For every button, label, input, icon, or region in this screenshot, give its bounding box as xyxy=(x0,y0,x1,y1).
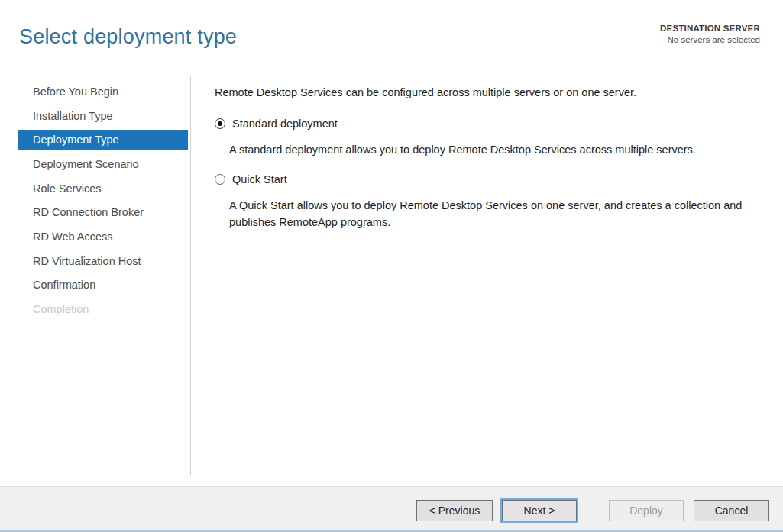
radio-selected-icon[interactable] xyxy=(215,118,225,129)
previous-button[interactable]: < Previous xyxy=(416,500,493,521)
destination-server-label: DESTINATION SERVER xyxy=(660,24,760,33)
sidebar-item-before-you-begin[interactable]: Before You Begin xyxy=(18,79,188,104)
next-button[interactable]: Next > xyxy=(502,500,577,521)
sidebar-item-confirmation[interactable]: Confirmation xyxy=(18,273,188,298)
sidebar-item-deployment-type[interactable]: Deployment Type xyxy=(18,130,188,150)
sidebar-item-rd-connection-broker[interactable]: RD Connection Broker xyxy=(18,200,188,224)
wizard-steps-sidebar: Before You Begin Installation Type Deplo… xyxy=(18,79,188,321)
sidebar-divider xyxy=(190,76,191,475)
standard-deployment-description: A standard deployment allows you to depl… xyxy=(229,142,764,159)
deploy-button: Deploy xyxy=(609,500,684,521)
sidebar-item-rd-virtualization-host[interactable]: RD Virtualization Host xyxy=(18,249,188,273)
sidebar-item-installation-type[interactable]: Installation Type xyxy=(18,104,188,128)
radio-unselected-icon[interactable] xyxy=(215,174,225,185)
quick-start-option[interactable]: Quick Start xyxy=(215,173,287,185)
cancel-button[interactable]: Cancel xyxy=(694,500,769,521)
quick-start-description: A Quick Start allows you to deploy Remot… xyxy=(229,198,764,231)
sidebar-item-role-services[interactable]: Role Services xyxy=(18,176,188,201)
intro-text: Remote Desktop Services can be configure… xyxy=(215,86,768,98)
standard-deployment-option[interactable]: Standard deployment xyxy=(215,118,338,130)
standard-deployment-label[interactable]: Standard deployment xyxy=(232,118,338,130)
destination-server-block: DESTINATION SERVER No servers are select… xyxy=(660,24,760,44)
wizard-dialog: Select deployment type DESTINATION SERVE… xyxy=(0,0,783,532)
wizard-footer: < Previous Next > Deploy Cancel xyxy=(0,486,783,532)
quick-start-label[interactable]: Quick Start xyxy=(232,173,287,185)
page-title: Select deployment type xyxy=(19,25,237,49)
sidebar-item-deployment-scenario[interactable]: Deployment Scenario xyxy=(18,152,188,176)
sidebar-item-rd-web-access[interactable]: RD Web Access xyxy=(18,224,188,249)
sidebar-item-completion: Completion xyxy=(18,297,188,321)
destination-server-value: No servers are selected xyxy=(660,35,760,44)
